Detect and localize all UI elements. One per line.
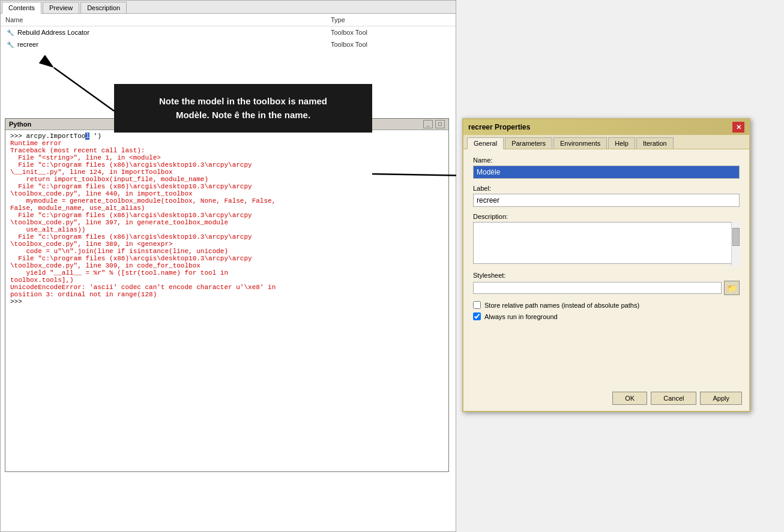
python-line-19: yield "__all__ = %r" % ([str(tool.name) … [10,269,444,276]
always-run-row: Always run in foreground [473,312,740,320]
python-line-3: File "<string>", line 1, in <module> [10,154,444,161]
catalog-item-type-1: Toolbox Tool [331,41,451,48]
python-line-16: code = u"\n".join(line if isinstance(lin… [10,248,444,255]
python-line-17: File "c:\program files (x86)\arcgis\desk… [10,255,444,262]
python-line-11: File "c:\program files (x86)\arcgis\desk… [10,212,444,219]
python-line-20: toolbox.tools],) [10,276,444,284]
stylesheet-row: 📁 [473,281,740,295]
description-field: Description: [473,213,740,266]
name-input[interactable] [473,166,740,179]
python-line-7: File "c:\program files (x86)\arcgis\desk… [10,183,444,190]
python-line-23: >>> [10,298,444,305]
annotation-text-line1: Note the model in the toolbox is named [159,96,327,106]
python-line-13: use_alt_alias)) [10,226,444,233]
python-window: Python _ □ >>> arcpy.ImportTool ') Runti… [5,118,449,472]
catalog-item-name-1: recreer [17,41,38,48]
name-field: Name: [473,157,740,179]
props-tab-help[interactable]: Help [608,137,635,149]
props-dialog: recreer Properties ✕ General Parameters … [462,118,750,412]
store-relative-label: Store relative path names (instead of ab… [484,302,639,309]
store-relative-row: Store relative path names (instead of ab… [473,301,740,309]
python-line-8: \toolbox_code.py", line 440, in import_t… [10,190,444,197]
python-line-2: Traceback (most recent call last): [10,147,444,154]
ok-button[interactable]: OK [612,392,647,405]
python-line-14: File "c:\program files (x86)\arcgis\desk… [10,233,444,241]
python-line-6: return import_toolbox(input_file, module… [10,176,444,183]
tab-preview[interactable]: Preview [43,2,79,13]
toolbox-icon-0: 🔧 [5,28,15,37]
props-footer: OK Cancel Apply [612,392,742,405]
toolbox-icon-1: 🔧 [5,40,15,49]
always-run-label: Always run in foreground [484,313,558,320]
python-line-9: mymodule = generate_toolbox_module(toolb… [10,197,444,205]
python-line-1: Runtime error [10,140,444,147]
stylesheet-field: Stylesheet: 📁 [473,272,740,295]
python-line-22: position 3: ordinal not in range(128) [10,291,444,298]
props-tab-environments[interactable]: Environments [553,137,607,149]
stylesheet-label: Stylesheet: [473,272,740,279]
label-label: Label: [473,185,740,192]
props-titlebar: recreer Properties ✕ [463,119,749,135]
apply-button[interactable]: Apply [700,392,742,405]
props-body: Name: Label: Description: Stylesheet: 📁 [463,149,749,331]
tab-description[interactable]: Description [80,2,127,13]
description-textarea[interactable] [473,222,740,264]
python-line-18: \toolbox_code.py", line 309, in code_for… [10,262,444,269]
python-line-10: False, module_name, use_alt_alias) [10,205,444,212]
description-scroll-thumb [732,228,740,246]
catalog-header: Name Type [1,14,456,26]
python-line-15: \toolbox_code.py", line 389, in <genexpr… [10,241,444,248]
catalog-item-name-0: Rebuild Address Locator [17,29,89,36]
catalog-row-1[interactable]: 🔧 recreer Toolbox Tool [1,38,456,50]
label-input[interactable] [473,194,740,207]
props-tab-iteration[interactable]: Iteration [636,137,674,149]
python-line-12: \toolbox_code.py", line 397, in generate… [10,219,444,226]
catalog-item-type-0: Toolbox Tool [331,29,451,36]
props-tab-general[interactable]: General [467,137,504,149]
props-tab-parameters[interactable]: Parameters [505,137,552,149]
catalog-tabs: Contents Preview Description [1,1,456,14]
col-type-header: Type [331,16,451,23]
python-line-21: UnicodeEncodeError: 'ascii' codec can't … [10,284,444,291]
props-title: recreer Properties [468,123,530,131]
stylesheet-input[interactable] [473,282,722,294]
python-line-0: >>> arcpy.ImportTool ') [10,133,444,140]
cancel-button[interactable]: Cancel [651,392,696,405]
props-close-button[interactable]: ✕ [732,122,744,133]
python-line-5: \__init__.py", line 124, in ImportToolbo… [10,169,444,176]
stylesheet-browse-button[interactable]: 📁 [724,281,740,295]
label-field: Label: [473,185,740,207]
restore-button[interactable]: □ [435,120,445,128]
store-relative-checkbox[interactable] [473,301,481,309]
annotation-box: Note the model in the toolbox is named M… [114,84,372,133]
always-run-checkbox[interactable] [473,312,481,320]
col-name-header: Name [5,16,331,23]
annotation-text-line2: Modèle. Note ê the in the name. [176,110,310,120]
minimize-button[interactable]: _ [423,120,433,128]
python-win-buttons: _ □ [423,120,445,128]
props-tabs: General Parameters Environments Help Ite… [463,135,749,149]
description-label: Description: [473,213,740,220]
tab-contents[interactable]: Contents [2,2,41,14]
python-line-4: File "c:\program files (x86)\arcgis\desk… [10,161,444,169]
name-label: Name: [473,157,740,164]
description-scrollbar [731,222,740,266]
python-content[interactable]: >>> arcpy.ImportTool ') Runtime error Tr… [5,130,448,468]
catalog-row-0[interactable]: 🔧 Rebuild Address Locator Toolbox Tool [1,26,456,38]
python-title: Python [9,121,31,128]
